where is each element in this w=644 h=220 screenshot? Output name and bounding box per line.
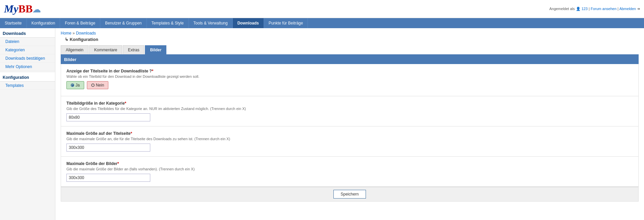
sidebar-konfiguration-title: Konfiguration — [0, 72, 55, 81]
nav-item-downloads[interactable]: Downloads — [233, 18, 264, 28]
nav-item-benutzer-&-gruppen[interactable]: Benutzer & Gruppen — [100, 18, 147, 28]
text-input-field2[interactable] — [66, 113, 150, 121]
breadcrumb-home[interactable]: Home — [61, 31, 71, 36]
text-input-field4[interactable] — [66, 174, 150, 182]
navbar: StartseiteKonfigurationForen & BeiträgeB… — [0, 18, 644, 28]
sidebar-downloads-links: DateienKategorienDownloads bestätigenMeh… — [0, 38, 55, 71]
tab-bilder[interactable]: Bilder — [145, 45, 166, 54]
logout-icon: ➜ — [637, 7, 640, 11]
radio-dot — [91, 84, 95, 87]
breadcrumb: Home » Downloads — [61, 31, 639, 36]
field-label-field2: Titelbildgröße in der Kategorie* — [66, 101, 633, 106]
page-title: ↳ Konfiguration — [61, 37, 639, 42]
field-label-field3: Maximale Größe auf der Titelseite* — [66, 131, 633, 136]
nav-item-startseite[interactable]: Startseite — [0, 18, 27, 28]
required-marker: * — [117, 161, 119, 166]
radio-label: Nein — [96, 83, 104, 88]
field-desc-field4: Gib die maximale Größe der Bilder an (fa… — [66, 167, 633, 171]
sidebar-link-mehr-optionen[interactable]: Mehr Optionen — [0, 63, 55, 71]
required-marker: * — [125, 101, 126, 106]
radio-option-ja[interactable]: Ja — [66, 81, 84, 89]
abmelden-link[interactable]: Abmelden — [619, 7, 636, 11]
header: MyBB☁ Angemeldet als 👤 123 | Forum anseh… — [0, 0, 644, 18]
save-bar: Speichern — [61, 187, 639, 202]
radio-label: Ja — [75, 83, 80, 88]
sidebar-downloads-title: Downloads — [0, 28, 55, 38]
form-section-field1: Anzeige der Titelseite in der Downloadli… — [61, 64, 639, 96]
radio-option-nein[interactable]: Nein — [87, 81, 109, 89]
sidebar-link-templates[interactable]: Templates — [0, 81, 55, 90]
main-content: Home » Downloads ↳ Konfiguration Allgeme… — [55, 28, 644, 220]
form-section-field2: Titelbildgröße in der Kategorie*Gib die … — [61, 96, 639, 126]
radio-dot — [71, 84, 74, 87]
field-desc-field3: Gib die maximale Größe an, die für die T… — [66, 137, 633, 141]
logo-bb: BB — [18, 3, 33, 15]
tabs: AllgemeinKommentareExtrasBilder — [61, 45, 639, 55]
logo-my: My — [4, 3, 18, 15]
user-icon: 👤 — [576, 7, 582, 11]
header-user-info: Angemeldet als 👤 123 | Forum ansehen | A… — [549, 7, 640, 11]
logo: MyBB☁ — [4, 3, 41, 15]
save-button[interactable]: Speichern — [333, 190, 366, 199]
field-label-field4: Maximale Größe der Bilder* — [66, 161, 633, 166]
field-desc-field1: Wähle ob ein Titelbild für den Download … — [66, 74, 633, 78]
tab-extras[interactable]: Extras — [123, 45, 144, 54]
tab-kommentare[interactable]: Kommentare — [89, 45, 122, 54]
radio-group-field1: JaNein — [66, 81, 633, 89]
breadcrumb-downloads[interactable]: Downloads — [76, 31, 96, 36]
tab-allgemein[interactable]: Allgemein — [61, 45, 89, 54]
sidebar: Downloads DateienKategorienDownloads bes… — [0, 28, 55, 220]
nav-item-templates-&-style[interactable]: Templates & Style — [147, 18, 189, 28]
sidebar-konfiguration-links: Templates — [0, 81, 55, 90]
required-marker: * — [130, 131, 132, 136]
page-title-arrow: ↳ — [65, 37, 68, 42]
page-konfiguration: Konfiguration — [70, 37, 98, 42]
field-desc-field2: Gib die Größe des Titelbildes für die Ka… — [66, 107, 633, 111]
nav-item-punkte-für-beiträge[interactable]: Punkte für Beiträge — [264, 18, 308, 28]
logo-cloud: ☁ — [33, 5, 41, 14]
nav-item-konfiguration[interactable]: Konfiguration — [27, 18, 60, 28]
form-section-field4: Maximale Größe der Bilder*Gib die maxima… — [61, 157, 639, 187]
text-input-field3[interactable] — [66, 144, 150, 152]
content: Downloads DateienKategorienDownloads bes… — [0, 28, 644, 220]
section-header: Bilder — [61, 55, 639, 64]
username-link[interactable]: 123 — [582, 7, 588, 11]
sidebar-link-kategorien[interactable]: Kategorien — [0, 46, 55, 54]
fields-container: Anzeige der Titelseite in der Downloadli… — [61, 64, 639, 187]
breadcrumb-separator1: » — [72, 31, 76, 36]
form-section-field3: Maximale Größe auf der Titelseite*Gib di… — [61, 126, 639, 157]
angemeldet-label: Angemeldet als — [549, 7, 575, 11]
required-marker: * — [152, 69, 154, 73]
sidebar-link-downloads-bestätigen[interactable]: Downloads bestätigen — [0, 54, 55, 63]
nav-item-foren-&-beiträge[interactable]: Foren & Beiträge — [60, 18, 100, 28]
sidebar-link-dateien[interactable]: Dateien — [0, 38, 55, 46]
field-label-field1: Anzeige der Titelseite in der Downloadli… — [66, 69, 633, 73]
forum-ansehen-link[interactable]: Forum ansehen — [591, 7, 616, 11]
nav-item-tools-&-verwaltung[interactable]: Tools & Verwaltung — [189, 18, 233, 28]
